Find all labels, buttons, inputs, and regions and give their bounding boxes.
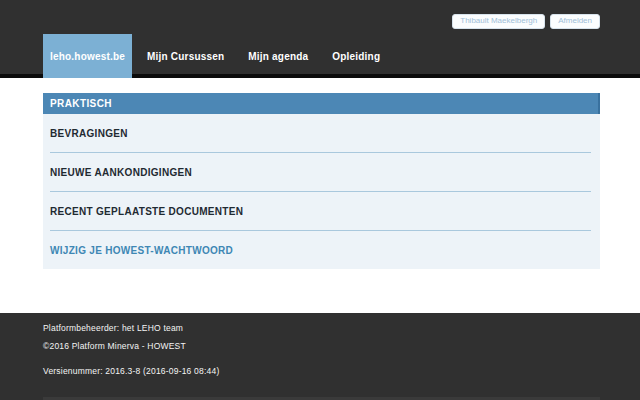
footer-admin-line: Platformbeheerder: het LEHO team	[43, 323, 640, 333]
panel-body: BEVRAGINGEN NIEUWE AANKONDIGINGEN RECENT…	[43, 114, 600, 269]
footer-copyright-line: ©2016 Platform Minerva - HOWEST	[43, 341, 640, 351]
nav-item-leho-howest-be[interactable]: leho.howest.be	[43, 34, 132, 78]
main-content: PRAKTISCH BEVRAGINGEN NIEUWE AANKONDIGIN…	[0, 93, 640, 313]
nav-item-opleiding[interactable]: Opleiding	[320, 34, 392, 78]
nav-item-mijn-cursussen[interactable]: Mijn Cursussen	[135, 34, 236, 78]
panel-title: PRAKTISCH	[43, 93, 600, 114]
panel-item-recent-geplaatste-documenten[interactable]: RECENT GEPLAATSTE DOCUMENTEN	[43, 192, 600, 230]
footer: Platformbeheerder: het LEHO team ©2016 P…	[0, 313, 640, 400]
panel-item-bevragingen[interactable]: BEVRAGINGEN	[43, 114, 600, 152]
main-nav: leho.howest.be Mijn Cursussen Mijn agend…	[43, 34, 392, 78]
footer-version-line: Versienummer: 2016.3-8 (2016-09-16 08:44…	[43, 366, 640, 376]
user-account-button[interactable]: Thibault Maekelbergh	[452, 14, 545, 29]
header-user-area: Thibault Maekelbergh Afmelden	[43, 14, 600, 29]
panel-item-nieuwe-aankondigingen[interactable]: NIEUWE AANKONDIGINGEN	[43, 153, 600, 191]
logout-button[interactable]: Afmelden	[550, 14, 600, 29]
panel-item-wijzig-howest-wachtwoord-link[interactable]: WIJZIG JE HOWEST-WACHTWOORD	[43, 231, 600, 269]
nav-item-mijn-agenda[interactable]: Mijn agenda	[236, 34, 320, 78]
praktisch-panel: PRAKTISCH BEVRAGINGEN NIEUWE AANKONDIGIN…	[43, 93, 600, 269]
page: Thibault Maekelbergh Afmelden leho.howes…	[0, 0, 640, 400]
top-header: Thibault Maekelbergh Afmelden leho.howes…	[0, 0, 640, 78]
